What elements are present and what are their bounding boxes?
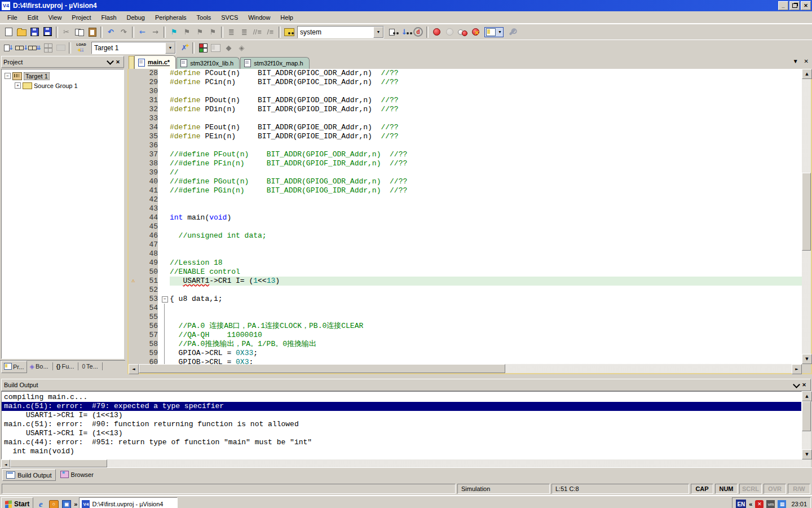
line-number[interactable]: 31 — [138, 96, 161, 105]
build-horizontal-scrollbar[interactable]: ◄ — [1, 459, 811, 467]
task-button-uvision[interactable]: V4 D:\4\first.uvproj - µVision4 — [79, 497, 178, 508]
toggle-breakpoint-icon[interactable] — [430, 26, 443, 38]
panel-tab-templates[interactable]: 0Te... — [80, 361, 100, 372]
build-output-line-4[interactable]: main.c(51): error: #90: function returni… — [2, 420, 801, 429]
code-line-32[interactable]: 32#define PDin(n) BIT_ADDR(GPIOD_IDR_Add… — [129, 105, 802, 114]
build-output-line-3[interactable]: USART1->CR1 I= (1<<13) — [2, 411, 801, 420]
scroll-left-icon[interactable]: ◄ — [129, 364, 139, 374]
code-line-52[interactable]: 52 — [129, 286, 802, 295]
network-tray-icon[interactable]: ▦ — [778, 500, 786, 508]
build-output-close-icon[interactable]: ✕ — [800, 382, 808, 389]
line-number[interactable]: 40 — [138, 177, 161, 186]
navigate-back-icon[interactable]: ← — [136, 26, 149, 38]
build-output-text[interactable]: compiling main.c...main.c(51): error: #7… — [1, 391, 802, 459]
target-select-combobox[interactable]: Target 1 ▼ — [91, 42, 176, 54]
bookmark-prev-icon[interactable]: ⚑ — [180, 26, 193, 38]
code-line-47[interactable]: 47 — [129, 240, 802, 249]
collapse-icon[interactable]: − — [5, 73, 11, 79]
search-dropdown-icon[interactable]: ▼ — [373, 27, 383, 38]
disable-all-breakpoints-icon[interactable]: ✕ — [469, 26, 482, 38]
copy-icon[interactable] — [73, 26, 86, 38]
line-number[interactable]: 60 — [138, 358, 161, 364]
uncomment-icon[interactable]: /≡ — [264, 26, 277, 38]
line-number[interactable]: 56 — [138, 322, 161, 331]
code-line-40[interactable]: 40//#define PGout(n) BIT_ADDR(GPIOG_ODR_… — [129, 177, 802, 186]
disable-breakpoint-icon[interactable] — [443, 26, 456, 38]
pin-icon[interactable] — [106, 58, 114, 65]
line-number[interactable]: 48 — [138, 249, 161, 259]
start-button[interactable]: Start — [1, 497, 33, 508]
start-debug-icon[interactable]: d — [412, 26, 425, 38]
line-number[interactable]: 35 — [138, 132, 161, 141]
language-indicator[interactable]: EN — [736, 500, 746, 508]
quicklaunch-overflow-chevron[interactable]: » — [74, 501, 77, 507]
tab-stm32f10x-lib[interactable]: stm32f10x_lib.h — [176, 57, 240, 69]
bookmark-next-icon[interactable]: ⚑ — [193, 26, 206, 38]
close-button[interactable]: ✕ — [801, 1, 811, 10]
line-number[interactable]: 57 — [138, 331, 161, 340]
tab-browser[interactable]: Browser — [57, 469, 97, 480]
line-number[interactable]: 41 — [138, 186, 161, 195]
code-line-56[interactable]: 56 //PA.0 连接AB口，PA.1连接CLOCK，PB.0连接CLEAR — [129, 322, 802, 331]
save-icon[interactable] — [28, 26, 41, 38]
pin-icon[interactable] — [792, 382, 800, 389]
code-line-34[interactable]: 34#define PEout(n) BIT_ADDR(GPIOE_ODR_Ad… — [129, 123, 802, 132]
code-line-33[interactable]: 33 — [129, 114, 802, 123]
find-icon[interactable] — [283, 26, 295, 38]
panel-tab-functions[interactable]: {}Fu... — [54, 361, 77, 372]
expand-icon[interactable]: + — [15, 82, 21, 89]
menu-item-debug[interactable]: Debug — [122, 13, 150, 22]
redo-icon[interactable]: ↷ — [117, 26, 130, 38]
code-line-35[interactable]: 35#define PEin(n) BIT_ADDR(GPIOE_IDR_Add… — [129, 132, 802, 141]
menu-item-flash[interactable]: Flash — [96, 13, 122, 22]
menu-item-tools[interactable]: Tools — [192, 13, 217, 22]
line-number[interactable]: 33 — [138, 114, 161, 123]
quicklaunch-search-icon[interactable]: ○ — [48, 498, 59, 508]
outdent-icon[interactable]: ≣ — [238, 26, 251, 38]
code-line-57[interactable]: 57 //QA-QH 11000010 — [129, 331, 802, 340]
line-number[interactable]: 52 — [138, 286, 161, 295]
tab-list-dropdown-icon[interactable]: ▼ — [793, 58, 798, 64]
code-line-49[interactable]: 49//Lession 18 — [129, 259, 802, 268]
line-number[interactable]: 58 — [138, 340, 161, 349]
line-number[interactable]: 28 — [138, 69, 161, 78]
update-target-icon[interactable]: ◆ — [222, 42, 235, 54]
line-number[interactable]: 45 — [138, 222, 161, 231]
quicklaunch-ie-icon[interactable]: e — [35, 498, 46, 508]
new-file-icon[interactable] — [2, 26, 15, 38]
translate-file-icon[interactable]: ↓ — [2, 42, 15, 54]
search-combobox[interactable]: system ▼ — [297, 26, 384, 38]
code-line-58[interactable]: 58 //PA.0推挽输出，PA。1/PB。0推挽输出 — [129, 340, 802, 349]
line-number[interactable]: 49 — [138, 259, 161, 268]
menu-item-edit[interactable]: Edit — [23, 13, 43, 22]
code-line-51[interactable]: ⚠51 USART1->CR1 I= (1<<13) — [129, 277, 802, 286]
code-line-60[interactable]: 60 GPIOB->CRL = 0X3; — [129, 358, 802, 364]
code-line-54[interactable]: 54 — [129, 304, 802, 313]
bookmark-clear-icon[interactable]: ⚑ — [206, 26, 219, 38]
scroll-up-icon[interactable]: ▲ — [802, 391, 812, 401]
tree-item-source-group[interactable]: + Source Group 1 — [3, 81, 122, 90]
build-icon[interactable]: ↓ — [15, 42, 28, 54]
project-close-icon[interactable]: ✕ — [114, 58, 122, 65]
file-extensions-icon[interactable] — [209, 42, 222, 54]
menu-item-file[interactable]: File — [2, 13, 23, 22]
options-for-target-icon[interactable]: ✗✦ — [178, 42, 191, 54]
tab-main-c[interactable]: main.c* — [134, 55, 176, 69]
line-number[interactable]: 34 — [138, 123, 161, 132]
tab-stm32f10x-map[interactable]: stm32f10x_map.h — [240, 57, 309, 69]
code-line-37[interactable]: 37//#define PFout(n) BIT_ADDR(GPIOF_ODR_… — [129, 150, 802, 159]
line-number[interactable]: 59 — [138, 349, 161, 358]
code-editor[interactable]: 28#define PCout(n) BIT_ADDR(GPIOC_ODR_Ad… — [129, 69, 802, 364]
code-line-50[interactable]: 50//ENABLE control — [129, 268, 802, 277]
code-line-43[interactable]: 43 — [129, 204, 802, 213]
comment-icon[interactable]: //≡ — [251, 26, 264, 38]
cut-icon[interactable]: ✂ — [60, 26, 73, 38]
tab-build-output[interactable]: Build Output — [2, 469, 56, 481]
paste-icon[interactable] — [86, 26, 99, 38]
tab-close-icon[interactable]: ✕ — [804, 58, 809, 64]
line-number[interactable]: 29 — [138, 78, 161, 87]
line-number[interactable]: 55 — [138, 313, 161, 322]
menu-item-view[interactable]: View — [43, 13, 67, 22]
line-number[interactable]: 37 — [138, 150, 161, 159]
tree-item-target[interactable]: − Target 1 — [3, 71, 122, 81]
